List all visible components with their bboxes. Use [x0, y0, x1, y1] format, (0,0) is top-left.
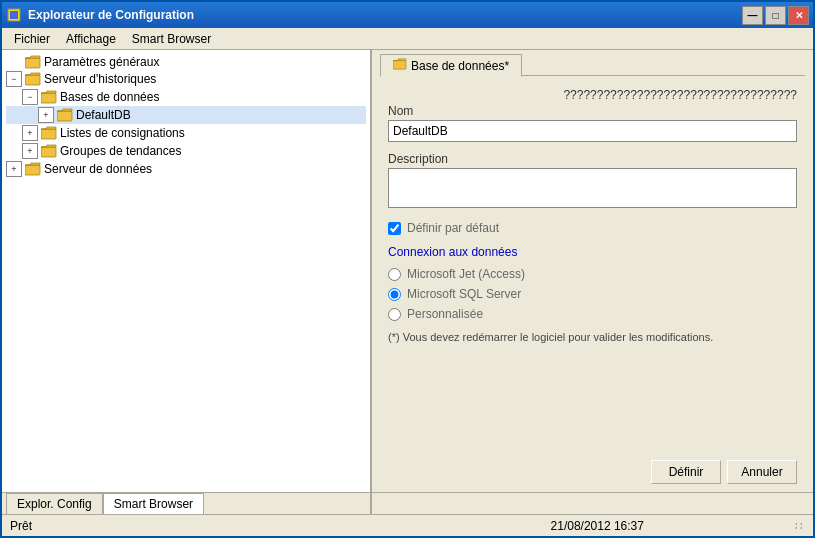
- folder-icon-3: [41, 90, 57, 104]
- bottom-area: Explor. Config Smart Browser: [2, 492, 813, 514]
- menu-fichier[interactable]: Fichier: [6, 30, 58, 48]
- tree-toggle-serveur-hist[interactable]: −: [6, 71, 22, 87]
- radio-access-row: Microsoft Jet (Access): [388, 267, 797, 281]
- tab-header: Base de données*: [372, 50, 813, 76]
- close-button[interactable]: ✕: [788, 6, 809, 25]
- svg-rect-2: [25, 58, 40, 68]
- tree-label-serveur-hist: Serveur d'historiques: [44, 72, 156, 86]
- nom-field-group: Nom: [388, 104, 797, 142]
- left-panel: Paramètres généraux − Serveur d'historiq…: [2, 50, 372, 492]
- svg-rect-7: [41, 147, 56, 157]
- tree-label-defaultdb: DefaultDB: [76, 108, 131, 122]
- radio-group: Microsoft Jet (Access) Microsoft SQL Ser…: [388, 267, 797, 321]
- tree-item-params[interactable]: Paramètres généraux: [6, 54, 366, 70]
- tree-label-bases: Bases de données: [60, 90, 159, 104]
- definir-button[interactable]: Définir: [651, 460, 721, 484]
- tree-item-bases[interactable]: − Bases de données: [6, 88, 366, 106]
- folder-icon-7: [25, 162, 41, 176]
- nom-input[interactable]: [388, 120, 797, 142]
- svg-rect-5: [57, 111, 72, 121]
- form-buttons: Définir Annuler: [372, 452, 813, 492]
- main-window: Explorateur de Configuration — □ ✕ Fichi…: [0, 0, 815, 538]
- menu-smartbrowser[interactable]: Smart Browser: [124, 30, 219, 48]
- right-panel: Base de données* ???????????????????????…: [372, 50, 813, 492]
- definir-par-defaut-row: Définir par défaut: [388, 221, 797, 235]
- statusbar: Prêt 21/08/2012 16:37 ∷: [2, 514, 813, 536]
- bottom-tabbar: Explor. Config Smart Browser: [2, 493, 372, 514]
- description-field-group: Description: [388, 152, 797, 211]
- window-controls: — □ ✕: [742, 6, 809, 25]
- radio-sql-label: Microsoft SQL Server: [407, 287, 521, 301]
- radio-custom-label: Personnalisée: [407, 307, 483, 321]
- tree: Paramètres généraux − Serveur d'historiq…: [6, 54, 366, 488]
- tree-label-listes: Listes de consignations: [60, 126, 185, 140]
- form-panel: ??????????????????????????????????? Nom …: [372, 76, 813, 452]
- tab-label: Base de données*: [411, 59, 509, 73]
- status-text: Prêt: [10, 519, 402, 533]
- bottom-tab-explor[interactable]: Explor. Config: [6, 493, 103, 514]
- tree-label-params: Paramètres généraux: [44, 55, 159, 69]
- tree-toggle-serveur-donnees[interactable]: +: [6, 161, 22, 177]
- tab-base-donnees[interactable]: Base de données*: [380, 54, 522, 77]
- status-time: 21/08/2012 16:37: [402, 519, 794, 533]
- nom-label: Nom: [388, 104, 797, 118]
- titlebar: Explorateur de Configuration — □ ✕: [2, 2, 813, 28]
- tree-label-groupes: Groupes de tendances: [60, 144, 181, 158]
- tree-item-serveur-donnees[interactable]: + Serveur de données: [6, 160, 366, 178]
- svg-rect-6: [41, 129, 56, 139]
- radio-sql-row: Microsoft SQL Server: [388, 287, 797, 301]
- resize-grip: ∷: [793, 520, 805, 532]
- svg-rect-1: [10, 11, 18, 19]
- name-placeholder-text: ???????????????????????????????????: [388, 88, 797, 102]
- tree-label-serveur-donnees: Serveur de données: [44, 162, 152, 176]
- annuler-button[interactable]: Annuler: [727, 460, 797, 484]
- svg-rect-8: [25, 165, 40, 175]
- folder-icon-4: [57, 108, 73, 122]
- svg-rect-3: [25, 75, 40, 85]
- folder-icon-6: [41, 144, 57, 158]
- main-content: Paramètres généraux − Serveur d'historiq…: [2, 50, 813, 492]
- menubar: Fichier Affichage Smart Browser: [2, 28, 813, 50]
- radio-sql[interactable]: [388, 288, 401, 301]
- radio-access[interactable]: [388, 268, 401, 281]
- bottom-right-empty: [372, 493, 813, 514]
- menu-affichage[interactable]: Affichage: [58, 30, 124, 48]
- description-label: Description: [388, 152, 797, 166]
- folder-icon-2: [25, 72, 41, 86]
- definir-label: Définir par défaut: [407, 221, 499, 235]
- maximize-button[interactable]: □: [765, 6, 786, 25]
- radio-access-label: Microsoft Jet (Access): [407, 267, 525, 281]
- radio-custom[interactable]: [388, 308, 401, 321]
- minimize-button[interactable]: —: [742, 6, 763, 25]
- bottom-tab-smart[interactable]: Smart Browser: [103, 493, 204, 514]
- tree-item-listes[interactable]: + Listes de consignations: [6, 124, 366, 142]
- tree-item-defaultdb[interactable]: + DefaultDB: [6, 106, 366, 124]
- window-icon: [6, 7, 22, 23]
- note-text: (*) Vous devez redémarrer le logiciel po…: [388, 331, 797, 343]
- tree-toggle-listes[interactable]: +: [22, 125, 38, 141]
- svg-rect-9: [393, 61, 406, 70]
- description-input[interactable]: [388, 168, 797, 208]
- tree-toggle-defaultdb[interactable]: +: [38, 107, 54, 123]
- definir-checkbox[interactable]: [388, 222, 401, 235]
- tree-toggle-bases[interactable]: −: [22, 89, 38, 105]
- radio-custom-row: Personnalisée: [388, 307, 797, 321]
- tree-toggle-groupes[interactable]: +: [22, 143, 38, 159]
- tree-item-groupes[interactable]: + Groupes de tendances: [6, 142, 366, 160]
- svg-rect-4: [41, 93, 56, 103]
- folder-icon: [25, 55, 41, 69]
- tree-item-serveur-hist[interactable]: − Serveur d'historiques: [6, 70, 366, 88]
- folder-icon-5: [41, 126, 57, 140]
- connexion-section-title: Connexion aux données: [388, 245, 797, 259]
- tab-folder-icon: [393, 58, 407, 73]
- window-title: Explorateur de Configuration: [28, 8, 742, 22]
